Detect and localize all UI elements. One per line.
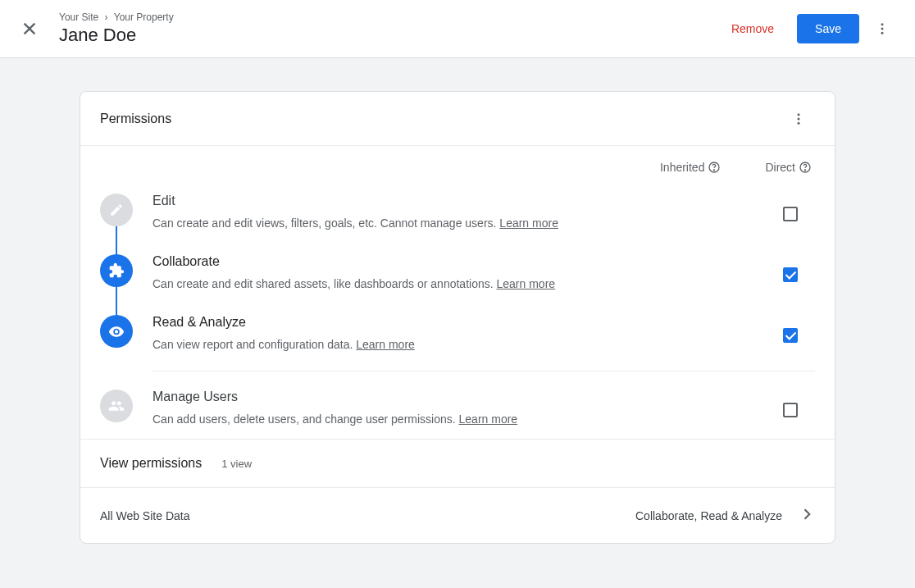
view-permissions-header: View permissions 1 view (80, 439, 835, 487)
permissions-list: Inherited Direct Edit (80, 146, 835, 439)
svg-point-5 (798, 113, 800, 116)
card-title: Permissions (100, 112, 171, 126)
learn-more-link[interactable]: Learn more (496, 277, 555, 290)
extension-icon (100, 254, 133, 287)
permission-desc: Can view report and configuration data. … (152, 336, 766, 353)
title-block: Your Site › Your Property Jane Doe (59, 11, 718, 47)
permission-row-read-analyze: Read & Analyze Can view report and confi… (100, 303, 815, 364)
eye-icon (100, 315, 133, 348)
svg-point-2 (881, 23, 884, 25)
col-inherited: Inherited (660, 161, 721, 174)
svg-point-11 (804, 170, 805, 171)
permission-row-edit: Edit Can create and edit views, filters,… (100, 182, 815, 243)
learn-more-link[interactable]: Learn more (499, 217, 558, 230)
svg-point-7 (798, 121, 800, 124)
edit-icon (100, 194, 133, 226)
permission-desc: Can add users, delete users, and change … (152, 411, 766, 427)
view-permissions-count: 1 view (221, 458, 252, 470)
save-button[interactable]: Save (797, 14, 859, 43)
breadcrumb-site[interactable]: Your Site (59, 11, 98, 23)
permission-desc: Can create and edit views, filters, goal… (152, 215, 766, 231)
view-perms-summary: Collaborate, Read & Analyze (635, 509, 782, 522)
card-more-button[interactable] (782, 103, 815, 135)
column-headers: Inherited Direct (100, 146, 815, 182)
more-vert-icon (875, 21, 890, 36)
permission-row-manage-users: Manage Users Can add users, delete users… (100, 378, 815, 439)
svg-point-9 (714, 170, 715, 171)
card-header: Permissions (80, 92, 835, 146)
learn-more-link[interactable]: Learn more (459, 413, 518, 426)
more-button[interactable] (866, 12, 899, 45)
page-title: Jane Doe (59, 24, 718, 47)
direct-checkbox-manage-users[interactable] (783, 403, 798, 417)
permission-title: Edit (152, 194, 766, 208)
users-icon (100, 390, 133, 422)
breadcrumb: Your Site › Your Property (59, 11, 718, 24)
permission-title: Read & Analyze (152, 315, 766, 330)
permissions-card: Permissions Inherited Direct (80, 91, 835, 544)
permission-title: Manage Users (152, 390, 766, 404)
top-bar: Your Site › Your Property Jane Doe Remov… (0, 0, 915, 58)
more-vert-icon (791, 112, 806, 126)
svg-point-4 (881, 32, 884, 34)
close-icon (20, 20, 39, 38)
permission-rows: Edit Can create and edit views, filters,… (100, 182, 815, 439)
learn-more-link[interactable]: Learn more (356, 338, 415, 351)
permission-title: Collaborate (152, 254, 766, 269)
view-name: All Web Site Data (100, 509, 635, 522)
col-direct: Direct (765, 161, 812, 174)
breadcrumb-property[interactable]: Your Property (114, 11, 174, 23)
chevron-right-icon (799, 506, 815, 525)
permission-row-collaborate: Collaborate Can create and edit shared a… (100, 243, 815, 303)
svg-point-6 (798, 117, 800, 120)
separator (152, 371, 815, 371)
direct-checkbox-read-analyze[interactable] (783, 328, 798, 343)
permission-desc: Can create and edit shared assets, like … (152, 276, 766, 292)
direct-checkbox-collaborate[interactable] (783, 267, 798, 282)
view-permissions-title: View permissions (100, 456, 202, 471)
close-button[interactable] (13, 12, 46, 45)
remove-button[interactable]: Remove (718, 16, 787, 42)
direct-checkbox-edit[interactable] (783, 207, 798, 221)
view-row[interactable]: All Web Site Data Collaborate, Read & An… (80, 487, 835, 543)
help-icon[interactable] (708, 161, 721, 174)
help-icon[interactable] (799, 161, 812, 174)
svg-point-3 (881, 28, 884, 30)
chevron-right-icon: › (105, 11, 108, 23)
